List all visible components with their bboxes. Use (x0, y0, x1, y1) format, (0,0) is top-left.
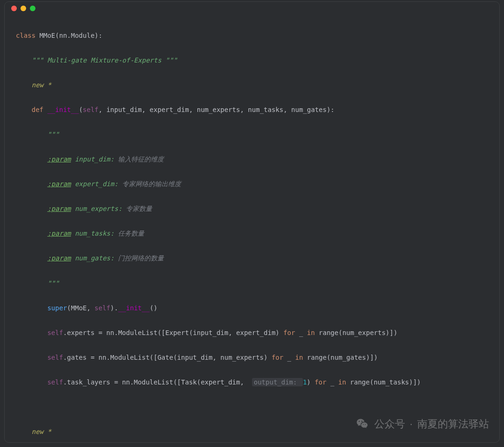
code-line: :param num_experts: 专家数量 (16, 203, 499, 215)
window-titlebar (5, 2, 499, 15)
code-area[interactable]: class MMoE(nn.Module): """ Multi-gate Mi… (5, 15, 499, 443)
code-line: :param num_gates: 门控网络的数量 (16, 252, 499, 265)
code-line: """ (16, 128, 499, 141)
watermark-name: 南夏的算法驿站 (417, 414, 489, 434)
parameter-hint: output_dim: (252, 378, 303, 386)
watermark: 公众号 · 南夏的算法驿站 (356, 414, 489, 434)
code-line: self.task_layers = nn.ModuleList([Task(e… (16, 376, 499, 389)
gutter-annotation: new * (32, 81, 51, 89)
gutter-annotation: new * (32, 428, 51, 435)
wechat-icon (356, 417, 370, 431)
code-line: new * (16, 79, 499, 91)
docstring: """ Multi-gate Mixture-of-Experts """ (32, 56, 177, 64)
watermark-label: 公众号 (374, 414, 405, 434)
code-line: class MMoE(nn.Module): (16, 29, 499, 42)
code-line: self.experts = nn.ModuleList([Expert(inp… (16, 327, 499, 339)
class-name: MMoE (40, 32, 56, 39)
close-icon[interactable] (11, 6, 17, 11)
code-line: def __init__(self, input_dim, expert_dim… (16, 104, 499, 116)
function-name: __init__ (47, 106, 78, 113)
code-line: :param input_dim: 输入特征的维度 (16, 153, 499, 166)
code-line: :param expert_dim: 专家网络的输出维度 (16, 178, 499, 190)
code-line: """ (16, 277, 499, 290)
code-line (16, 401, 499, 413)
code-line: super(MMoE, self).__init__() (16, 302, 499, 314)
code-line: self.gates = nn.ModuleList([Gate(input_d… (16, 351, 499, 364)
maximize-icon[interactable] (30, 6, 35, 11)
code-line: :param num_tasks: 任务数量 (16, 227, 499, 240)
keyword-class: class (16, 32, 40, 39)
code-line: """ Multi-gate Mixture-of-Experts """ (16, 54, 499, 67)
code-window: class MMoE(nn.Module): """ Multi-gate Mi… (4, 1, 500, 443)
minimize-icon[interactable] (21, 6, 26, 11)
